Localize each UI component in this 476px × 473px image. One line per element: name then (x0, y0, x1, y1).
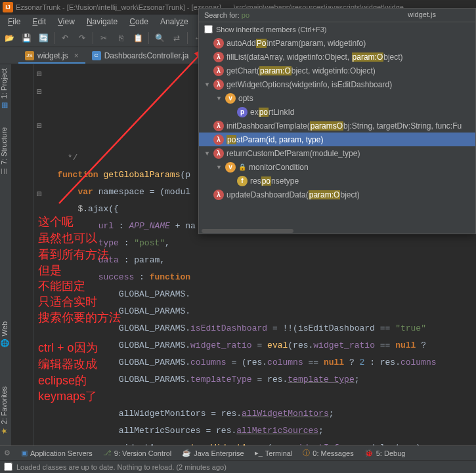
tab-widget-js[interactable]: JS widget.js × (18, 49, 85, 63)
messages-button[interactable]: ⓘ0: Messages (303, 448, 353, 458)
debug-button[interactable]: 🐞5: Debug (364, 449, 406, 457)
annotation: 编辑器改成 (38, 356, 97, 372)
annotation: 这个呢 (38, 214, 74, 230)
structure-item-label: monitorCondition (249, 163, 309, 172)
file-structure-popup: Search for: po widget.js Show inherited … (198, 8, 476, 234)
open-icon[interactable]: 📂 (3, 31, 16, 45)
app-servers-button[interactable]: ▣Application Servers (21, 449, 93, 457)
structure-item[interactable]: ▼λreturnCustomDefParam(module_type) (199, 146, 475, 160)
tab-dashboards-controller[interactable]: C DashboardsController.ja (85, 49, 196, 63)
structure-item[interactable]: λfillList(dataArray, widgetinfo:Object, … (199, 50, 475, 64)
find-icon[interactable]: 🔍 (153, 31, 166, 45)
inherited-checkbox[interactable] (204, 25, 213, 33)
structure-item[interactable]: λgetChart(param:Object, widgetinfo:Objec… (199, 64, 475, 77)
lambda-icon: λ (213, 66, 224, 76)
undo-icon[interactable]: ↶ (58, 31, 72, 45)
var1-icon: v (225, 162, 236, 173)
popup-scrollbar[interactable] (199, 228, 475, 234)
structure-item-label: exportLinkId (250, 108, 294, 117)
inherited-label: Show inherited members (Ctrl+F3) (216, 26, 326, 33)
annotation: 虽然也可以 (38, 230, 97, 246)
lambda-icon: λ (213, 121, 224, 131)
annotation: 不能固定 (38, 278, 85, 294)
annotation: keymaps了 (38, 388, 97, 404)
cut-icon[interactable]: ✂ (97, 31, 110, 45)
paste-icon[interactable]: 📋 (131, 31, 144, 45)
gear-icon[interactable]: ⚙ (4, 449, 11, 457)
structure-item[interactable]: λinitDashboardTemplate(paramsObj:String,… (199, 119, 475, 133)
var1-icon: v (225, 93, 236, 104)
left-tool-gutter: ▦1: Project ☰7: Structure 🌐Web ★2: Favor… (0, 64, 12, 445)
annotation: 搜索你要的方法 (38, 310, 121, 325)
structure-item-label: getWidgetOptions(widgetinfo, isEditDashb… (227, 80, 392, 89)
copy-icon[interactable]: ⎘ (114, 31, 127, 45)
close-icon[interactable]: × (74, 51, 79, 60)
sync-icon[interactable]: 🔄 (37, 31, 50, 45)
java-file-icon: C (92, 51, 101, 60)
annotation: eclipse的 (38, 373, 87, 388)
popup-search-row: Search for: po widget.js (199, 9, 475, 22)
status-bar: Loaded classes are up to date. Nothing t… (0, 460, 476, 473)
structure-item-label: autoAddPointParam(param, widgetinfo) (227, 39, 366, 48)
structure-item-label: initDashboardTemplate(paramsObj:String, … (227, 121, 462, 131)
app-icon: IJ (3, 2, 13, 12)
structure-item[interactable]: λupdateDashboardData(param:Object) (199, 188, 475, 201)
lock-icon: 🔒 (238, 163, 246, 171)
replace-icon[interactable]: ⇄ (170, 31, 183, 45)
scrollbar-thumb[interactable] (202, 229, 293, 233)
menu-edit[interactable]: Edit (27, 16, 51, 28)
structure-item[interactable]: pexportLinkId (199, 105, 475, 119)
status-checkbox[interactable] (4, 463, 12, 471)
terminal-button[interactable]: ▸_Terminal (255, 449, 293, 457)
save-icon[interactable]: 💾 (20, 31, 33, 45)
lambda-icon: λ (213, 148, 224, 159)
menu-file[interactable]: File (3, 16, 26, 28)
favorites-tool-button[interactable]: ★2: Favorites (0, 386, 8, 435)
structure-item[interactable]: fresponsetype (199, 174, 475, 188)
menu-navigate[interactable]: Navigate (81, 16, 123, 28)
bottom-tool-bar: ⚙ ▣Application Servers ⎇9: Version Contr… (0, 445, 476, 460)
structure-item[interactable]: ▼vopts (199, 91, 475, 105)
version-control-button[interactable]: ⎇9: Version Control (103, 449, 171, 457)
structure-item-label: postParam(id, param, type) (227, 135, 323, 144)
structure-tool-button[interactable]: ☰7: Structure (0, 127, 8, 176)
menu-view[interactable]: View (53, 16, 80, 28)
field-icon: f (237, 176, 248, 186)
structure-item[interactable]: λautoAddPointParam(param, widgetinfo) (199, 36, 475, 50)
structure-item-label: updateDashboardData(param:Object) (227, 190, 360, 199)
separator (93, 32, 93, 44)
annotation: ctrl + o因为 (38, 340, 98, 356)
javaee-button[interactable]: ☕Java Enterprise (182, 449, 244, 457)
lambda-icon: λ (213, 38, 224, 49)
structure-item-label: opts (238, 94, 253, 103)
project-tool-button[interactable]: ▦1: Project (0, 68, 8, 110)
web-tool-button[interactable]: 🌐Web (0, 321, 9, 347)
inherited-check-row[interactable]: Show inherited members (Ctrl+F3) (199, 22, 475, 36)
separator (148, 32, 149, 44)
lambda-icon: λ (213, 79, 224, 90)
popup-list: λautoAddPointParam(param, widgetinfo)λfi… (199, 36, 475, 201)
search-label: Search for: (204, 11, 242, 19)
js-file-icon: JS (25, 51, 34, 60)
structure-item-label: returnCustomDefParam(module_type) (227, 149, 360, 158)
separator (54, 32, 54, 44)
menu-analyze[interactable]: Analyze (155, 16, 194, 28)
lambda-icon: λ (213, 52, 224, 62)
separator (187, 32, 188, 44)
structure-item-label: responsetype (250, 176, 299, 186)
prop1-icon: p (237, 107, 248, 117)
tab-label: widget.js (37, 51, 68, 60)
structure-item[interactable]: ▼λgetWidgetOptions(widgetinfo, isEditDas… (199, 77, 475, 91)
lambda-icon: λ (213, 190, 224, 200)
menu-code[interactable]: Code (124, 16, 154, 28)
structure-item[interactable]: λpostParam(id, param, type) (199, 133, 475, 146)
structure-item[interactable]: ▼v🔒monitorCondition (199, 160, 475, 174)
popup-filename: widget.js (408, 10, 436, 18)
search-term: po (242, 11, 249, 19)
structure-item-label: getChart(param:Object, widgetinfo:Object… (227, 66, 376, 75)
redo-icon[interactable]: ↷ (76, 31, 89, 45)
status-text: Loaded classes are up to date. Nothing t… (16, 463, 227, 471)
annotation: 只适合实时 (38, 294, 97, 310)
structure-item-label: fillList(dataArray, widgetinfo:Object, p… (227, 52, 403, 62)
annotation: 看到所有方法 (38, 247, 109, 262)
